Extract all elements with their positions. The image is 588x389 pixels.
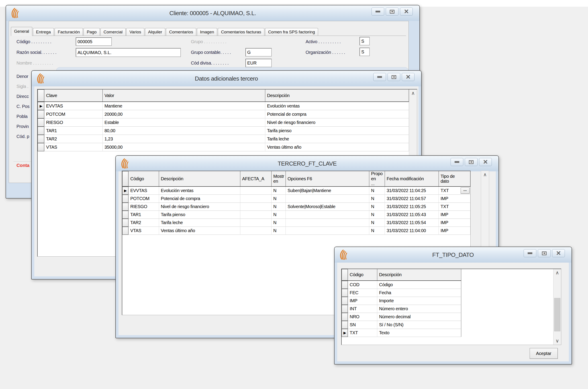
cell[interactable]: Tarifa leche	[265, 135, 409, 143]
row-selector[interactable]	[38, 110, 44, 118]
cell[interactable]: VTAS	[44, 143, 103, 151]
table-row[interactable]: CODCódigo	[342, 281, 461, 289]
scroll-down-button[interactable]: ∨	[553, 337, 561, 345]
table-row[interactable]: TAR1Tarifa piensoNN31/03/2022 11:05:43IM…	[122, 211, 470, 219]
table-row[interactable]: ▶EVVTASMantieneEvolución ventas	[38, 102, 409, 110]
cell[interactable]: Potencial de compra	[265, 110, 409, 118]
cell[interactable]: Evolución ventas	[265, 102, 409, 110]
cell[interactable]: Nivel de riesgo financiero	[265, 118, 409, 127]
grupo-contable-input[interactable]: G	[245, 48, 272, 57]
cell[interactable]: N	[369, 187, 385, 195]
cell[interactable]: Tarifa pienso	[159, 211, 240, 219]
table-row[interactable]: NRONúmero decimal	[342, 313, 461, 321]
cell[interactable]: Número entero	[377, 305, 461, 313]
cell[interactable]: 20000,00	[103, 110, 265, 118]
cell[interactable]	[286, 219, 369, 227]
close-button[interactable]: ✕	[402, 73, 414, 81]
minimize-button[interactable]	[373, 73, 386, 81]
cell[interactable]: EVVTAS	[129, 187, 159, 195]
row-selector[interactable]	[342, 321, 348, 329]
table-row[interactable]: TAR180,00Tarifa pienso	[38, 127, 409, 135]
cell[interactable]: Evolución ventas	[159, 187, 240, 195]
tab-varios[interactable]: Varios	[126, 28, 144, 36]
cell[interactable]: 31/03/2022 11:05:43	[385, 211, 439, 219]
cell[interactable]: N	[369, 203, 385, 211]
cell[interactable]: Estable	[103, 118, 265, 127]
cell[interactable]: TAR2	[44, 135, 103, 143]
cell[interactable]: IMP	[439, 195, 470, 203]
cell[interactable]: Texto	[377, 329, 461, 337]
cell[interactable]	[240, 187, 271, 195]
table-row[interactable]: TAR2Tarifa lecheNN31/03/2022 11:05:54IMP	[122, 219, 470, 227]
scrollbar-thumb[interactable]	[554, 298, 560, 331]
cell[interactable]: Ventas último año	[265, 143, 409, 151]
close-button[interactable]: ✕	[400, 7, 413, 16]
cell[interactable]: TXT	[439, 203, 470, 211]
cell[interactable]: Potencial de compra	[159, 195, 240, 203]
organizacion-input[interactable]: S	[360, 48, 370, 56]
razon-social-input[interactable]: ALQUIMAO, S.L.	[76, 48, 181, 57]
cell[interactable]	[240, 211, 271, 219]
row-selector[interactable]	[38, 118, 44, 127]
codigo-input[interactable]: 000005	[76, 37, 112, 46]
row-selector[interactable]	[342, 281, 348, 289]
maximize-button[interactable]	[386, 7, 399, 16]
cell[interactable]: IMP	[439, 211, 470, 219]
cell[interactable]: Mantiene	[103, 102, 265, 110]
column-header-mostrar-en[interactable]: Mostr en	[271, 171, 286, 187]
row-selector[interactable]	[38, 143, 44, 151]
table-row[interactable]: FECFecha	[342, 289, 461, 297]
cell[interactable]: Fecha	[377, 289, 461, 297]
row-selector[interactable]	[342, 289, 348, 297]
cell[interactable]: TAR1	[44, 127, 103, 135]
cliente-titlebar[interactable]: Cliente: 000005 - ALQUIMAO, S.L. ✕	[6, 5, 419, 21]
tab-comen-fra-sps-factoring[interactable]: Comen fra SPS factoring	[265, 28, 318, 36]
table-row[interactable]: RIESGONivel de riesgo financieroNSolvent…	[122, 203, 470, 211]
cell[interactable]	[286, 195, 369, 203]
scroll-up-button[interactable]: ∧	[481, 171, 489, 178]
column-header-tipo-de-dato[interactable]: Tipo de dato	[439, 171, 470, 187]
row-selector[interactable]	[122, 211, 129, 219]
cell[interactable]: RIESGO	[44, 118, 103, 127]
row-selector[interactable]	[342, 305, 348, 313]
cell[interactable]: SN	[348, 321, 377, 329]
column-header-descripcion[interactable]: Descripción	[265, 90, 409, 102]
table-row[interactable]: TAR21,23Tarifa leche	[38, 135, 409, 143]
row-selector[interactable]	[122, 195, 129, 203]
activo-input[interactable]: S	[360, 37, 370, 45]
table-row[interactable]: ▶EVVTASEvolución ventasNSuben|Bajan|Mant…	[122, 187, 470, 195]
tab-facturaci-n[interactable]: Facturación	[55, 28, 83, 36]
tercero-titlebar[interactable]: TERCERO_FT_CLAVE ✕	[116, 156, 498, 171]
table-row[interactable]: ▶TXTTexto	[342, 329, 461, 337]
close-button[interactable]: ✕	[479, 158, 492, 166]
cell[interactable]: N	[271, 211, 286, 219]
row-selector[interactable]	[122, 203, 129, 211]
cell[interactable]: 80,00	[103, 127, 265, 135]
cell[interactable]: TAR2	[129, 219, 159, 227]
cell[interactable]: N	[271, 227, 286, 235]
cell[interactable]: POTCOM	[44, 110, 103, 118]
row-selector[interactable]: ▶	[38, 102, 44, 110]
cell[interactable]: TXT	[348, 329, 377, 337]
column-header-descripcion[interactable]: Descripción	[377, 269, 461, 281]
scroll-up-button[interactable]: ∧	[553, 269, 561, 277]
datos-titlebar[interactable]: Datos adicionales tercero ✕	[32, 71, 421, 86]
cell[interactable]: N	[369, 227, 385, 235]
cell[interactable]: TAR1	[129, 211, 159, 219]
cell[interactable]: 1,23	[103, 135, 265, 143]
contactos-link[interactable]: Conta	[16, 163, 29, 168]
cell[interactable]	[240, 195, 271, 203]
column-header-valor[interactable]: Valor	[103, 90, 265, 102]
cell[interactable]: IMP	[439, 227, 470, 235]
column-header-clave[interactable]: Clave	[44, 90, 103, 102]
cell[interactable]	[240, 227, 271, 235]
aceptar-button[interactable]: Aceptar	[530, 348, 558, 359]
table-row[interactable]: VTASVentas último añoNN31/03/2022 11:04:…	[122, 227, 470, 235]
cell[interactable]: Ventas último año	[159, 227, 240, 235]
close-button[interactable]: ✕	[552, 249, 565, 257]
row-selector[interactable]: ▶	[122, 187, 129, 195]
cell[interactable]	[286, 211, 369, 219]
table-row[interactable]: IMPImporte	[342, 297, 461, 305]
column-header-proponer-en[interactable]: Propo en ...	[369, 171, 385, 187]
cell[interactable]: 31/03/2022 11:05:25	[385, 203, 439, 211]
